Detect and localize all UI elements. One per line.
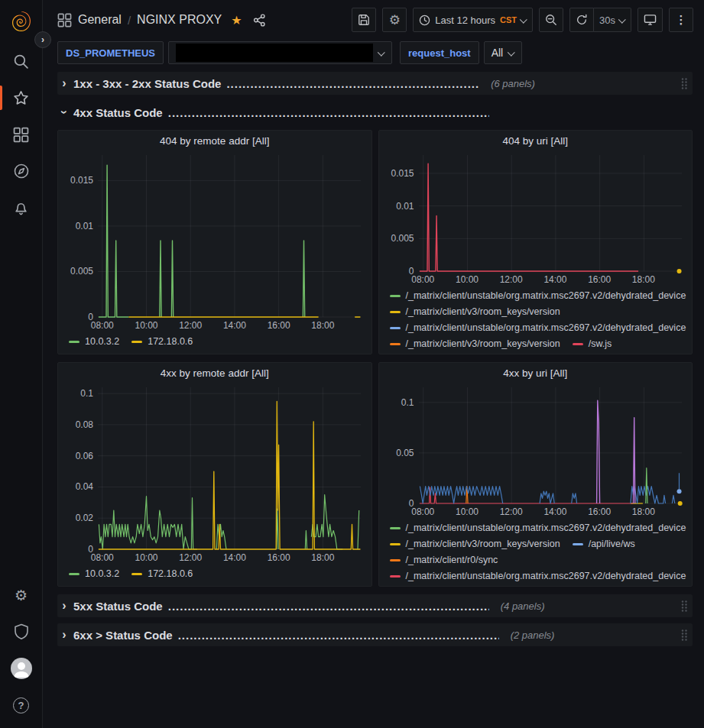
panel-title[interactable]: 4xx by uri [All] [379, 363, 693, 383]
legend-item[interactable]: 172.18.0.6 [131, 335, 193, 348]
sidebar-item-server-admin[interactable] [0, 613, 43, 650]
legend-label[interactable]: /_matrix/client/unstable/org.matrix.msc2… [406, 290, 686, 303]
dashboard-settings-button[interactable]: ⚙ [382, 8, 407, 32]
request-host-value: All [492, 47, 504, 59]
x-tick-label: 18:00 [306, 320, 339, 331]
y-tick-label: 0.04 [60, 481, 93, 492]
time-series-plot[interactable]: 00.0050.010.015 [419, 155, 682, 271]
legend-label[interactable]: 10.0.3.2 [85, 568, 119, 581]
legend-item[interactable]: 172.18.0.6 [131, 568, 193, 581]
legend-label[interactable]: /sw.js [589, 338, 612, 351]
x-tick-label: 16:00 [262, 320, 296, 331]
refresh-interval-dropdown[interactable]: 30s [594, 8, 631, 32]
row-leader: ........................................… [168, 106, 489, 119]
variable-ds-value-dropdown[interactable] [168, 41, 392, 64]
legend-item[interactable]: /_matrix/client/r0/sync [390, 554, 498, 567]
legend-item[interactable]: /_matrix/client/v3/room_keys/version [390, 338, 560, 351]
panel-404-by-remote-addr: 404 by remote addr [All] 00.0050.010.015… [57, 130, 372, 354]
legend: 10.0.3.2172.18.0.6 [58, 565, 371, 586]
row-panel-count: (6 panels) [491, 78, 535, 89]
x-tick-label: 10:00 [450, 274, 484, 285]
variable-request-host-dropdown[interactable]: All [484, 41, 523, 64]
row-6xx-status-code[interactable]: › 6xx > Status Code ....................… [57, 623, 693, 646]
time-range-picker[interactable]: Last 12 hours CST [413, 8, 533, 32]
share-icon[interactable] [253, 14, 266, 27]
variable-request-host-label[interactable]: request_host [400, 41, 479, 64]
legend-item[interactable]: /_matrix/client/v3/room_keys/version [390, 306, 560, 319]
favorite-star-icon[interactable]: ★ [231, 13, 242, 28]
sidebar-item-help[interactable]: ? [0, 687, 43, 723]
row-4xx-status-code[interactable]: › 4xx Status Code ......................… [57, 101, 693, 124]
x-tick-label: 14:00 [538, 506, 572, 517]
legend-item[interactable]: /api/live/ws [573, 538, 635, 551]
legend-label[interactable]: /_matrix/client/v3/room_keys/version [406, 306, 560, 319]
legend-item[interactable]: /sw.js [573, 338, 612, 351]
zoom-out-button[interactable] [539, 8, 563, 32]
sidebar-item-starred[interactable] [0, 79, 43, 116]
legend: /_matrix/client/unstable/org.matrix.msc2… [379, 519, 693, 586]
legend-label[interactable]: /_matrix/client/unstable/org.matrix.msc2… [406, 322, 686, 335]
sidebar-item-explore[interactable] [0, 153, 43, 189]
legend-label[interactable]: /api/live/ws [589, 538, 635, 551]
dashboard-title[interactable]: NGINX PROXY [137, 13, 222, 27]
apps-icon [57, 13, 72, 28]
legend-label[interactable]: 172.18.0.6 [148, 335, 193, 348]
time-series-plot[interactable]: 00.020.040.060.080.1 [98, 387, 361, 549]
legend-item[interactable]: 10.0.3.2 [69, 335, 119, 348]
legend-label[interactable]: /_matrix/client/unstable/org.matrix.msc2… [406, 522, 686, 535]
sidebar-item-alerting[interactable] [0, 189, 43, 226]
legend-item[interactable]: /_matrix/client/unstable/org.matrix.msc2… [390, 290, 686, 303]
drag-handle-icon[interactable] [680, 77, 688, 89]
x-tick-label: 16:00 [582, 506, 616, 517]
legend-swatch [390, 527, 401, 530]
legend-label[interactable]: /_matrix/client/v3/room_keys/version [406, 538, 560, 551]
row-1xx-3xx-2xx-status-code[interactable]: › 1xx - 3xx - 2xx Status Code ..........… [57, 72, 693, 95]
legend-swatch [131, 341, 142, 344]
panel-title[interactable]: 4xx by remote addr [All] [58, 363, 371, 383]
sidebar: ⚙ ? [0, 0, 43, 728]
legend-label[interactable]: /_matrix/client/r0/sync [406, 554, 498, 567]
x-axis: 08:0010:0012:0014:0016:0018:00 [419, 503, 682, 519]
panel-4xx-by-remote-addr: 4xx by remote addr [All] 00.020.040.060.… [57, 362, 372, 587]
x-tick-label: 12:00 [174, 552, 207, 563]
save-dashboard-button[interactable] [352, 8, 376, 32]
drag-handle-icon[interactable] [680, 629, 688, 641]
legend-item[interactable]: /_matrix/client/unstable/org.matrix.msc2… [390, 570, 686, 583]
legend-swatch [573, 343, 583, 346]
breadcrumb-folder[interactable]: General [78, 13, 122, 27]
legend-swatch [69, 573, 79, 576]
legend: /_matrix/client/unstable/org.matrix.msc2… [379, 286, 693, 354]
refresh-button[interactable] [569, 8, 594, 32]
sidebar-item-dashboards[interactable] [0, 116, 43, 153]
x-tick-label: 14:00 [218, 320, 251, 331]
drag-handle-icon[interactable] [680, 600, 688, 612]
legend-item[interactable]: /_matrix/client/unstable/org.matrix.msc2… [390, 322, 686, 335]
panel-title[interactable]: 404 by uri [All] [379, 131, 693, 150]
legend-swatch [390, 327, 401, 330]
legend-item[interactable]: 10.0.3.2 [69, 568, 119, 581]
row-5xx-status-code[interactable]: › 5xx Status Code ......................… [57, 594, 693, 617]
gear-icon: ⚙ [15, 588, 28, 603]
y-tick-label: 0.005 [60, 266, 93, 277]
time-series-plot[interactable]: 00.050.1 [419, 387, 682, 503]
sidebar-item-configuration[interactable]: ⚙ [0, 577, 43, 613]
legend-label[interactable]: /_matrix/client/unstable/org.matrix.msc2… [406, 570, 686, 583]
variable-ds-label[interactable]: DS_PROMETHEUS [57, 41, 164, 64]
legend-label[interactable]: /_matrix/client/v3/room_keys/version [406, 338, 560, 351]
legend-label[interactable]: 10.0.3.2 [85, 335, 119, 348]
cycle-view-mode-button[interactable] [637, 8, 663, 32]
panel-title[interactable]: 404 by remote addr [All] [58, 131, 371, 150]
search-icon[interactable] [0, 43, 43, 79]
time-series-plot[interactable]: 00.0050.010.015 [98, 155, 361, 317]
sidebar-expand-button[interactable]: › [34, 31, 51, 48]
x-tick-label: 12:00 [174, 320, 207, 331]
legend: 10.0.3.2172.18.0.6 [58, 332, 371, 354]
legend-item[interactable]: /_matrix/client/v3/room_keys/version [390, 538, 560, 551]
sidebar-item-profile[interactable] [0, 650, 43, 687]
legend-item[interactable]: /_matrix/client/unstable/org.matrix.msc2… [390, 522, 686, 535]
legend-swatch [390, 295, 401, 298]
more-options-button[interactable]: ⋮ [669, 8, 693, 32]
row-panel-count: (2 panels) [511, 629, 555, 641]
legend-label[interactable]: 172.18.0.6 [148, 568, 193, 581]
chevron-right-icon: › [60, 628, 68, 642]
